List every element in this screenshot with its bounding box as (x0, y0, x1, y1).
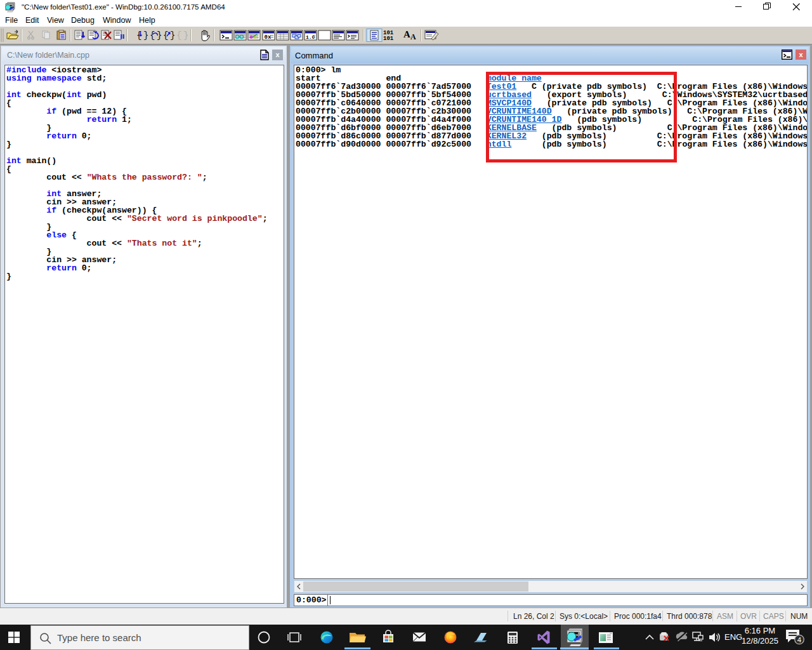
svg-text:4: 4 (797, 636, 802, 644)
svg-text:}: } (183, 30, 188, 41)
svg-text:{: { (176, 30, 181, 41)
svg-text:}: } (170, 30, 175, 41)
svg-text:A: A (410, 32, 416, 41)
svg-text:101: 101 (383, 36, 394, 42)
svg-text:A: A (403, 29, 410, 39)
svg-text:}: } (143, 30, 148, 41)
svg-text:{: { (150, 30, 155, 41)
